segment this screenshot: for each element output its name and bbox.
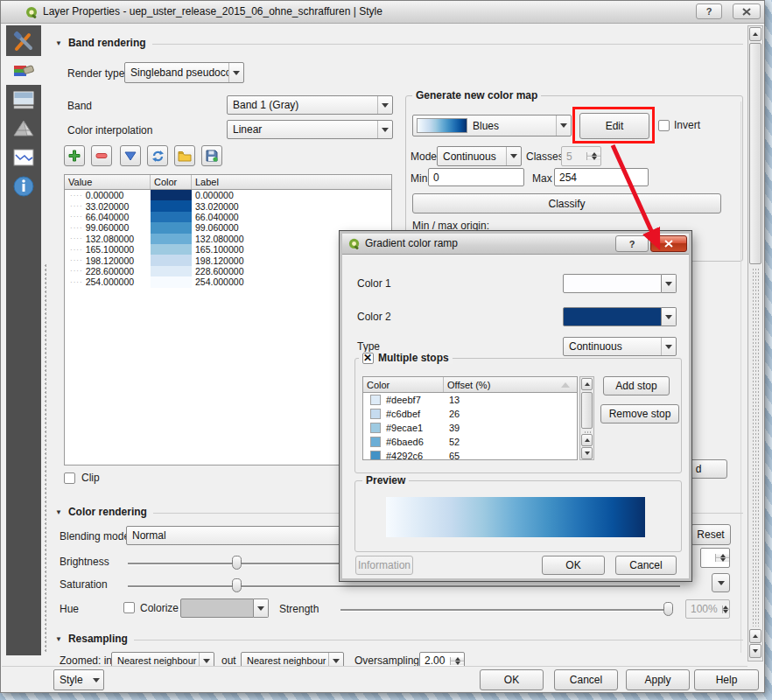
sidebar-item-metadata[interactable]: [6, 172, 41, 200]
color-interpolation-combo[interactable]: Linear: [227, 120, 393, 139]
spin-down-icon[interactable]: [723, 610, 729, 613]
colorize-checkbox[interactable]: [123, 602, 135, 613]
window-help-button[interactable]: ?: [696, 4, 722, 19]
band-label: Band: [67, 100, 92, 112]
band-combo[interactable]: Band 1 (Gray): [227, 95, 393, 115]
dialog-help-button[interactable]: ?: [615, 235, 649, 252]
wrench-hammer-icon: [12, 31, 35, 53]
reset-button[interactable]: Reset: [691, 524, 731, 545]
table-row[interactable]: ····0.000000 0.000000: [65, 190, 391, 200]
color-interpolation-label: Color interpolation: [67, 124, 152, 136]
dialog-title-bar[interactable]: Gradient color ramp ?: [342, 234, 689, 255]
zoomed-out-label: out: [221, 654, 236, 666]
spin-down-icon[interactable]: [587, 157, 600, 160]
clip-checkbox[interactable]: [64, 472, 75, 484]
dialog-close-button[interactable]: [650, 235, 687, 252]
stop-row[interactable]: #6baed6 52: [363, 435, 577, 449]
color-swatch: [151, 255, 192, 265]
sidebar-item-general[interactable]: [6, 27, 41, 56]
apply-button[interactable]: Apply: [626, 669, 690, 690]
scrollbar-thumb[interactable]: [581, 392, 593, 429]
min-input[interactable]: 0: [428, 168, 524, 186]
color-map-table-header[interactable]: Value Color Label: [65, 175, 391, 190]
classify-button[interactable]: Classify: [412, 193, 721, 214]
table-row[interactable]: ····66.040000 66.040000: [65, 212, 391, 222]
color1-combo[interactable]: [563, 274, 677, 293]
refresh-button[interactable]: [147, 145, 168, 166]
scrollbar-thumb[interactable]: [749, 43, 761, 264]
stop-row[interactable]: #9ecae1 39: [363, 421, 577, 435]
remove-stop-button[interactable]: Remove stop: [600, 404, 679, 424]
render-type-combo[interactable]: Singleband pseudocolor: [124, 62, 244, 83]
classes-spinner[interactable]: 5: [561, 146, 601, 166]
tree-branch-icon: ····: [70, 267, 83, 275]
window-close-button[interactable]: [733, 4, 761, 19]
mode-combo[interactable]: Continuous: [437, 146, 522, 166]
sidebar-item-pyramids[interactable]: [6, 114, 41, 143]
section-band-rendering[interactable]: ▼ Band rendering: [55, 37, 743, 49]
sidebar-item-style[interactable]: [6, 56, 41, 85]
strength-slider[interactable]: [340, 609, 671, 611]
column-header-value[interactable]: Value: [65, 175, 151, 189]
color2-combo[interactable]: [563, 307, 677, 326]
column-header-color[interactable]: Color: [363, 377, 444, 392]
sidebar-splitter[interactable]: [45, 263, 46, 653]
column-header-offset[interactable]: Offset (%): [444, 377, 577, 392]
resample-out-combo[interactable]: Nearest neighbour: [241, 652, 344, 666]
strength-slider-thumb[interactable]: [663, 602, 673, 616]
minus-icon: [95, 152, 108, 159]
style-menu-button[interactable]: Style: [53, 669, 104, 690]
ok-button[interactable]: OK: [480, 669, 544, 690]
load-color-map-button[interactable]: [174, 145, 195, 166]
column-header-label[interactable]: Label: [192, 175, 391, 189]
max-input[interactable]: 254: [554, 168, 649, 186]
add-entry-button[interactable]: [64, 145, 85, 166]
stop-row[interactable]: #deebf7 13: [363, 393, 577, 407]
invert-checkbox[interactable]: [658, 120, 670, 131]
save-color-map-button[interactable]: [201, 145, 222, 166]
spin-down-icon[interactable]: [451, 662, 464, 665]
column-header-color[interactable]: Color: [151, 175, 192, 189]
table-row[interactable]: ····33.020000 33.020000: [65, 200, 391, 211]
brightness-spinner[interactable]: [700, 548, 730, 568]
saturation-slider-thumb[interactable]: [232, 578, 242, 592]
chevron-down-icon: [328, 653, 343, 666]
saturation-slider[interactable]: [128, 585, 680, 587]
multiple-stops-checkbox[interactable]: [362, 353, 374, 364]
scroll-down-button[interactable]: [581, 447, 593, 459]
invert-label: Invert: [674, 119, 700, 131]
stop-row[interactable]: #c6dbef 26: [363, 407, 577, 421]
title-bar[interactable]: Layer Properties - uep_uster_release_201…: [1, 1, 764, 24]
add-stop-button[interactable]: Add stop: [603, 376, 670, 396]
help-button[interactable]: Help: [694, 669, 759, 690]
sort-button[interactable]: [120, 145, 141, 166]
stop-row[interactable]: #4292c6 65: [363, 449, 577, 460]
oversampling-spinner[interactable]: 2.00: [419, 652, 465, 666]
stops-scrollbar[interactable]: [579, 376, 594, 460]
resample-in-combo[interactable]: Nearest neighbour: [111, 652, 214, 666]
stops-table[interactable]: Color Offset (%) #deebf7: [362, 376, 578, 460]
color-ramp-combo[interactable]: Blues: [412, 115, 572, 136]
cancel-button[interactable]: Cancel: [554, 669, 618, 690]
information-button[interactable]: Information: [355, 556, 413, 575]
scroll-up-button[interactable]: [749, 27, 761, 41]
hue-color-combo[interactable]: [180, 598, 269, 618]
brightness-slider-thumb[interactable]: [232, 556, 242, 570]
stops-table-header[interactable]: Color Offset (%): [363, 377, 577, 393]
scroll-down-button[interactable]: [749, 644, 761, 658]
tree-branch-icon: ····: [70, 213, 83, 220]
scroll-up-button[interactable]: [581, 378, 593, 390]
type-combo[interactable]: Continuous: [563, 337, 677, 356]
section-resampling[interactable]: ▼ Resampling: [55, 633, 743, 645]
scroll-up-button-2[interactable]: [581, 434, 593, 446]
saturation-dropdown-fragment[interactable]: [712, 573, 730, 592]
remove-entry-button[interactable]: [91, 145, 112, 166]
dialog-cancel-button[interactable]: Cancel: [615, 556, 677, 575]
sidebar-item-histogram[interactable]: [6, 143, 41, 172]
sidebar-item-transparency[interactable]: [6, 85, 41, 114]
dialog-ok-button[interactable]: OK: [542, 556, 605, 575]
spin-down-icon[interactable]: [716, 558, 729, 562]
strength-spinner[interactable]: 100%: [685, 599, 730, 619]
scroll-up-button-2[interactable]: [749, 629, 761, 643]
main-scrollbar[interactable]: [747, 25, 763, 662]
